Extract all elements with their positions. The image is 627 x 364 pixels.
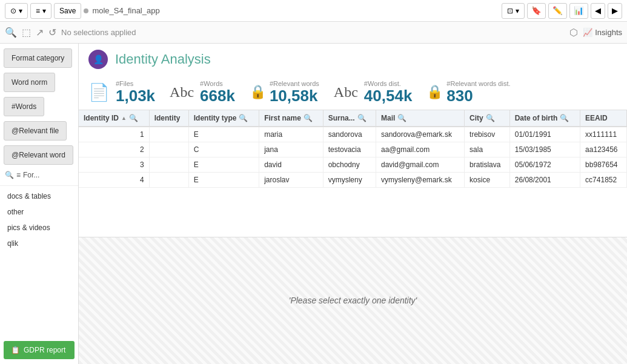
cell-eeaid: bb987654 bbox=[580, 157, 627, 172]
list-icon: ≡ bbox=[36, 7, 40, 15]
cell-id: 1 bbox=[79, 127, 149, 142]
col-eeaid[interactable]: EEAID bbox=[580, 110, 627, 127]
lock-icon-1: 🔒 bbox=[250, 84, 266, 100]
sidebar-docs-tables[interactable]: docs & tables bbox=[0, 188, 78, 204]
stat-relevant-words-dist: 🔒 #Relevant words dist. 830 bbox=[426, 80, 510, 105]
col-mail[interactable]: Mail 🔍 bbox=[376, 110, 464, 127]
col-identity-label: Identity bbox=[154, 114, 181, 122]
lock-icon-2: 🔒 bbox=[426, 84, 443, 100]
stat-relevant-words-item: #Relevant words 10,58k bbox=[270, 80, 319, 105]
list-chevron: ▾ bbox=[42, 7, 46, 15]
col-surname-search[interactable]: 🔍 bbox=[357, 114, 367, 122]
cell-surname: sandorova bbox=[323, 127, 376, 142]
col-identity-id-search[interactable]: 🔍 bbox=[129, 114, 138, 122]
sidebar-spacer bbox=[0, 251, 78, 336]
cell-first-name: jaroslav bbox=[259, 172, 323, 187]
save-button[interactable]: Save bbox=[54, 3, 81, 19]
sidebar-qlik[interactable]: qlik bbox=[0, 236, 78, 251]
list-button[interactable]: ≡ ▾ bbox=[30, 3, 51, 19]
insights-icon: 📈 bbox=[583, 28, 592, 37]
sidebar-relevant-file[interactable]: @Relevant file bbox=[4, 121, 67, 141]
sidebar: Format category Word norm #Words @Releva… bbox=[0, 44, 79, 364]
col-mail-search[interactable]: 🔍 bbox=[397, 114, 406, 122]
edit-icon: ✏️ bbox=[552, 6, 563, 15]
stat-words-value: 668k bbox=[200, 87, 235, 105]
sidebar-search[interactable]: 🔍 ≡ For... bbox=[0, 167, 78, 183]
toolbar-right: ⊡ ▾ 🔖 ✏️ 📊 ◀ ▶ bbox=[502, 3, 622, 19]
table-row[interactable]: 4 E jaroslav vymysleny vymysleny@emark.s… bbox=[79, 172, 627, 187]
export-icon[interactable]: ↗ bbox=[36, 27, 44, 38]
sidebar-relevant-word[interactable]: @Relevant word bbox=[4, 145, 73, 165]
lower-panel: 'Please select exactly one identity' bbox=[79, 237, 627, 364]
forward-icon: ▶ bbox=[612, 6, 618, 15]
gdpr-button[interactable]: 📋 GDPR report bbox=[4, 341, 75, 359]
insights-button[interactable]: 📈 Insights bbox=[583, 28, 622, 37]
select-box-icon[interactable]: ⬚ bbox=[22, 27, 31, 38]
sidebar-word-norm[interactable]: Word norm bbox=[4, 73, 55, 92]
magic-icon[interactable]: ⬡ bbox=[569, 27, 578, 38]
chart-icon: 📊 bbox=[574, 6, 584, 15]
cell-dob: 01/01/1991 bbox=[509, 127, 580, 142]
table-row[interactable]: 3 E david obchodny david@gmail.com brati… bbox=[79, 157, 627, 172]
stat-words-dist-value: 40,54k bbox=[364, 87, 413, 105]
zoom-icon[interactable]: 🔍 bbox=[5, 27, 17, 38]
col-identity-type-search[interactable]: 🔍 bbox=[239, 114, 248, 122]
table-row[interactable]: 2 C jana testovacia aa@gmail.com sala 15… bbox=[79, 142, 627, 157]
stat-relevant-words-dist-item: #Relevant words dist. 830 bbox=[446, 80, 510, 105]
app-status-dot bbox=[84, 8, 88, 13]
stat-files-value: 1,03k bbox=[116, 87, 155, 105]
refresh-icon[interactable]: ↺ bbox=[48, 27, 56, 38]
col-identity-type[interactable]: Identity type 🔍 bbox=[188, 110, 259, 127]
col-city-search[interactable]: 🔍 bbox=[486, 114, 495, 122]
cell-identity bbox=[149, 157, 188, 172]
stat-words-item: #Words 668k bbox=[200, 80, 235, 105]
col-dob-search[interactable]: 🔍 bbox=[560, 114, 569, 122]
table-row[interactable]: 1 E maria sandorova sandorova@emark.sk t… bbox=[79, 127, 627, 142]
cell-mail: david@gmail.com bbox=[376, 157, 464, 172]
stat-files: 📄 #Files 1,03k bbox=[88, 80, 155, 105]
sidebar-pics-videos[interactable]: pics & videos bbox=[0, 220, 78, 236]
bookmark-button[interactable]: 🔖 bbox=[527, 3, 546, 19]
home-button[interactable]: ⊙ ▾ bbox=[5, 3, 28, 19]
content-area: 👤 Identity Analysis 📄 #Files 1,03k Abc #… bbox=[79, 44, 627, 364]
top-toolbar: ⊙ ▾ ≡ ▾ Save mole_S4_final_app ⊡ ▾ 🔖 ✏️ … bbox=[0, 0, 627, 22]
stat-relevant-words-value: 10,58k bbox=[270, 87, 319, 105]
cell-city: trebisov bbox=[465, 127, 510, 142]
sidebar-words[interactable]: #Words bbox=[4, 97, 44, 116]
screen-button[interactable]: ⊡ ▾ bbox=[502, 3, 525, 19]
col-identity[interactable]: Identity bbox=[149, 110, 188, 127]
abc-icon-1: Abc bbox=[170, 84, 194, 101]
col-city-label: City bbox=[469, 114, 483, 122]
selection-bar: 🔍 ⬚ ↗ ↺ No selections applied ⬡ 📈 Insigh… bbox=[0, 22, 627, 44]
stat-words-dist: Abc #Words dist. 40,54k bbox=[334, 80, 413, 105]
forward-button[interactable]: ▶ bbox=[608, 3, 622, 19]
cell-type: C bbox=[188, 142, 259, 157]
search-label: For... bbox=[23, 171, 39, 179]
sidebar-format-category[interactable]: Format category bbox=[4, 48, 72, 68]
cell-city: bratislava bbox=[465, 157, 510, 172]
back-button[interactable]: ◀ bbox=[591, 3, 605, 19]
sort-asc-icon bbox=[121, 114, 127, 121]
cell-identity bbox=[149, 142, 188, 157]
col-city[interactable]: City 🔍 bbox=[465, 110, 510, 127]
cell-dob: 15/03/1985 bbox=[509, 142, 580, 157]
cell-eeaid: aa123456 bbox=[580, 142, 627, 157]
home-chevron: ▾ bbox=[19, 7, 22, 15]
col-surname[interactable]: Surna... 🔍 bbox=[323, 110, 376, 127]
col-identity-type-label: Identity type bbox=[194, 114, 237, 122]
sidebar-divider bbox=[0, 185, 78, 186]
col-dob[interactable]: Date of birth 🔍 bbox=[509, 110, 580, 127]
col-first-name-search[interactable]: 🔍 bbox=[304, 114, 313, 122]
cell-surname: vymysleny bbox=[323, 172, 376, 187]
sidebar-other[interactable]: other bbox=[0, 204, 78, 220]
col-identity-id[interactable]: Identity ID 🔍 bbox=[79, 110, 149, 127]
cell-identity bbox=[149, 127, 188, 142]
no-selections-text: No selections applied bbox=[61, 28, 565, 37]
data-table-container: Identity ID 🔍 Identity bbox=[79, 110, 627, 237]
stat-files-item: #Files 1,03k bbox=[116, 80, 155, 105]
chart-button[interactable]: 📊 bbox=[569, 3, 588, 19]
col-mail-label: Mail bbox=[381, 114, 395, 122]
edit-button[interactable]: ✏️ bbox=[548, 3, 567, 19]
document-icon: 📄 bbox=[88, 82, 110, 102]
col-first-name[interactable]: First name 🔍 bbox=[259, 110, 323, 127]
